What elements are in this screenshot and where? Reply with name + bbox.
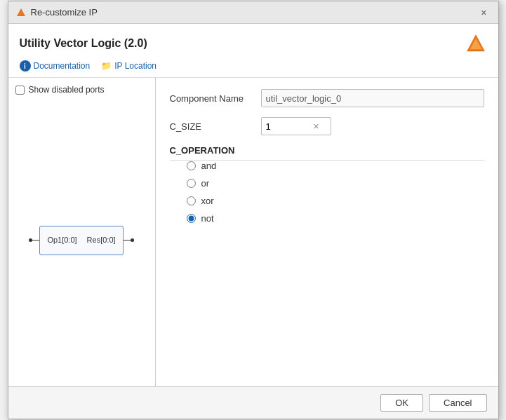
csize-input-wrap: × (261, 117, 331, 135)
radio-not-row[interactable]: not (187, 213, 484, 224)
show-disabled-row: Show disabled ports (15, 85, 148, 95)
radio-not-label: not (201, 213, 214, 224)
output-port-label: Res[0:0] (87, 235, 116, 245)
radio-and-label: and (201, 161, 217, 171)
radio-or[interactable] (187, 179, 196, 188)
radio-and-row[interactable]: and (187, 161, 484, 171)
right-panel: Component Name C_SIZE × C_OPERATION an (156, 78, 498, 386)
csize-row: C_SIZE × (170, 117, 484, 135)
port-left: Op1[0:0] (47, 235, 76, 245)
right-dot (131, 238, 134, 242)
radio-or-label: or (201, 178, 210, 189)
component-name-label: Component Name (170, 93, 254, 104)
radio-xor-row[interactable]: xor (187, 196, 484, 206)
radio-group: and or xor not (170, 161, 484, 224)
vivado-logo-icon (465, 32, 487, 55)
port-right: Res[0:0] (87, 235, 116, 245)
dialog-main-title: Utility Vector Logic (2.0) (20, 37, 147, 50)
ok-button[interactable]: OK (380, 394, 423, 412)
show-disabled-checkbox[interactable] (15, 86, 25, 95)
csize-input[interactable] (262, 119, 311, 134)
left-wire-line (32, 240, 39, 241)
component-name-input[interactable] (261, 89, 484, 107)
input-port-label: Op1[0:0] (47, 235, 76, 245)
component-name-row: Component Name (170, 89, 484, 107)
block-diagram: Op1[0:0] Res[0:0] (15, 102, 148, 379)
dialog-body: Show disabled ports Op1[0:0] (8, 78, 498, 386)
ip-location-label: IP Location (114, 61, 157, 71)
component-box: Op1[0:0] Res[0:0] (39, 226, 123, 255)
toolbar-links: i Documentation 📁 IP Location (20, 60, 487, 72)
title-bar-left: Re-customize IP (15, 7, 98, 18)
radio-or-row[interactable]: or (187, 178, 484, 189)
dialog-header: Utility Vector Logic (2.0) i Documentati… (8, 24, 498, 78)
show-disabled-label[interactable]: Show disabled ports (29, 85, 105, 95)
close-button[interactable]: × (477, 6, 491, 20)
coperation-section: C_OPERATION and or xor (170, 145, 484, 224)
radio-and[interactable] (187, 161, 196, 170)
left-wire (29, 238, 39, 242)
right-wire-line (124, 240, 131, 241)
re-customize-ip-dialog: Re-customize IP × Utility Vector Logic (… (8, 1, 499, 419)
cancel-button[interactable]: Cancel (429, 394, 486, 412)
title-bar: Re-customize IP × (8, 1, 498, 24)
radio-xor[interactable] (187, 196, 196, 205)
documentation-label: Documentation (34, 61, 91, 71)
info-icon: i (20, 60, 31, 72)
ip-location-link[interactable]: 📁 IP Location (101, 61, 157, 71)
dialog-footer: OK Cancel (8, 386, 498, 419)
right-wire (124, 238, 134, 242)
dialog-title-row: Utility Vector Logic (2.0) (20, 32, 487, 55)
csize-clear-button[interactable]: × (311, 121, 322, 131)
vivado-title-icon (15, 7, 27, 18)
radio-xor-label: xor (201, 196, 214, 206)
svg-marker-1 (18, 10, 25, 15)
documentation-link[interactable]: i Documentation (20, 60, 91, 72)
csize-label: C_SIZE (170, 121, 254, 132)
radio-not[interactable] (187, 214, 196, 223)
coperation-title: C_OPERATION (170, 145, 484, 156)
dialog-title-text: Re-customize IP (31, 7, 98, 18)
folder-icon: 📁 (101, 61, 112, 71)
left-panel: Show disabled ports Op1[0:0] (8, 78, 156, 386)
